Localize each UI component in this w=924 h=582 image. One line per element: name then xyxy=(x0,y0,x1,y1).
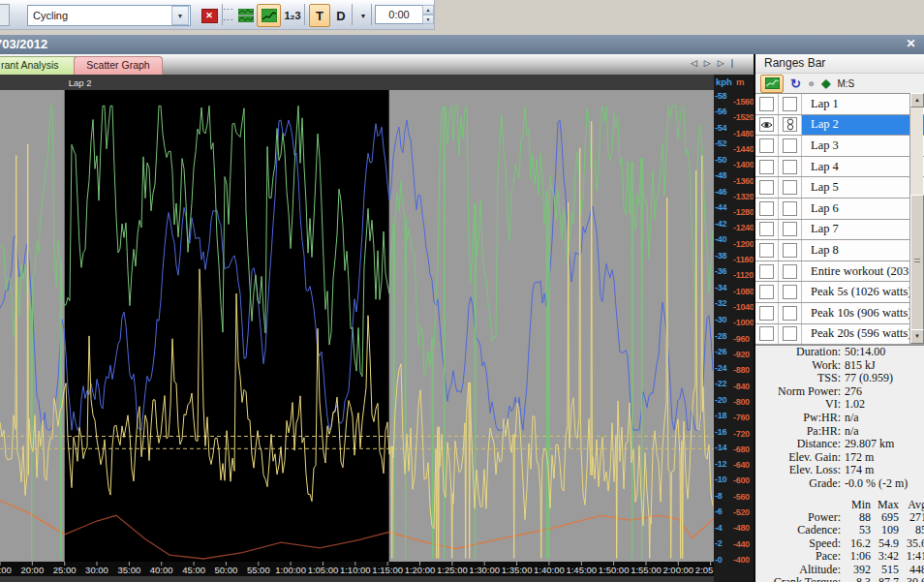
visibility-cell xyxy=(755,136,779,156)
lap-row[interactable]: Peak 20s (596 watts) xyxy=(755,324,924,346)
svg-text:1:20:00: 1:20:00 xyxy=(405,565,436,575)
elevation-tick-label: -600 xyxy=(733,475,750,485)
link-checkbox[interactable] xyxy=(783,264,797,279)
stat-table-row: Pace:1:063:421:41min/km xyxy=(755,550,924,563)
link-checkbox[interactable] xyxy=(783,138,797,153)
lap-row[interactable]: Lap 3 xyxy=(755,136,924,157)
link-cell xyxy=(779,94,802,114)
visibility-checkbox[interactable] xyxy=(759,97,774,111)
link-checkbox[interactable] xyxy=(783,180,797,195)
elevation-tick-label: -640 xyxy=(733,460,750,470)
elevation-tick-label: -560 xyxy=(733,492,750,502)
stat-line: Work:815 kJ xyxy=(755,359,924,373)
refresh-icon[interactable]: ↻ xyxy=(790,77,801,91)
kph-tick-label: -58 xyxy=(715,91,726,101)
lap-row[interactable]: Lap 4 xyxy=(755,157,924,178)
lap-row[interactable]: Lap 6 xyxy=(755,199,924,220)
stat-line: Pw:HR:n/a xyxy=(755,412,924,425)
visibility-checkbox[interactable] xyxy=(759,285,774,299)
lap-list: Lap 1Lap 2Lap 3Lap 4Lap 5Lap 6Lap 7Lap 8… xyxy=(755,93,924,346)
visibility-checkbox[interactable] xyxy=(759,160,774,174)
stat-line: TSS:77 (0.959) xyxy=(755,372,924,385)
elevation-tick-label: -520 xyxy=(733,507,750,517)
right-value-axis: kph m -0-2-4-6-8-10-12-14-16-18-20-22-24… xyxy=(714,75,754,582)
visibility-checkbox[interactable] xyxy=(759,326,774,341)
kph-tick-label: -44 xyxy=(715,202,726,212)
eye-icon[interactable] xyxy=(759,117,774,132)
svg-text:25:00: 25:00 xyxy=(53,565,77,575)
stat-line: Elev. Loss:174 m xyxy=(755,464,924,477)
kph-tick-label: -14 xyxy=(715,443,726,452)
nav-last-icon[interactable]: ▷| xyxy=(718,58,740,68)
marker-icon[interactable]: ◆ xyxy=(821,77,830,90)
link-checkbox[interactable] xyxy=(783,222,797,236)
visibility-checkbox[interactable] xyxy=(759,138,774,153)
link-cell xyxy=(779,199,802,219)
link-checkbox[interactable] xyxy=(783,285,797,299)
stat-line: Distance:29.807 km xyxy=(755,438,924,451)
lap-row[interactable]: Entire workout (203 watts) xyxy=(755,261,924,283)
link-checkbox[interactable] xyxy=(783,201,797,216)
visibility-checkbox[interactable] xyxy=(759,243,774,258)
kph-tick-label: -28 xyxy=(715,331,726,341)
link-cell xyxy=(779,157,802,177)
lap-row[interactable]: Lap 2 xyxy=(755,115,924,137)
svg-text:1:10:00: 1:10:00 xyxy=(340,565,371,575)
scroll-down-icon[interactable]: ▼ xyxy=(910,329,924,344)
svg-text:15:00: 15:00 xyxy=(0,565,12,575)
link-checkbox[interactable] xyxy=(783,306,797,321)
stat-table-header: MinMaxAvg xyxy=(755,499,924,511)
svg-text:1:45:00: 1:45:00 xyxy=(566,565,597,575)
lap-row[interactable]: Lap 5 xyxy=(755,177,924,199)
kph-tick-label: -24 xyxy=(715,363,726,373)
link-cell xyxy=(779,303,802,323)
elevation-tick-label: -800 xyxy=(733,397,750,407)
close-icon[interactable]: ✕ xyxy=(904,37,918,51)
show-on-graph-button[interactable] xyxy=(760,75,784,93)
visibility-checkbox[interactable] xyxy=(759,180,774,195)
lap-list-scrollbar[interactable]: ▲ ▼ xyxy=(909,93,923,344)
elevation-tick-label: -1360 xyxy=(733,176,754,186)
record-icon: ● xyxy=(808,77,815,90)
kph-tick-label: -22 xyxy=(715,379,726,388)
workout-graph-plot[interactable]: Lap 215:0020:0025:0030:0035:0040:0045:00… xyxy=(0,0,714,582)
lap-row[interactable]: Lap 1 xyxy=(755,94,924,115)
stat-table-row: Altitude:392515448m xyxy=(755,564,924,576)
lap-row[interactable]: Lap 7 xyxy=(755,220,924,241)
visibility-cell xyxy=(755,240,779,260)
lap-label: Peak 20s (596 watts) xyxy=(802,324,924,345)
scroll-up-icon[interactable]: ▲ xyxy=(910,93,924,107)
link-cell xyxy=(779,115,802,136)
chain-link-icon[interactable] xyxy=(783,117,797,132)
visibility-checkbox[interactable] xyxy=(759,306,774,321)
visibility-checkbox[interactable] xyxy=(759,201,774,216)
link-checkbox[interactable] xyxy=(783,326,797,341)
lap-row[interactable]: Peak 10s (906 watts) xyxy=(755,303,924,324)
svg-text:35:00: 35:00 xyxy=(118,565,141,575)
scrollbar-thumb[interactable] xyxy=(910,195,924,332)
link-checkbox[interactable] xyxy=(783,160,797,174)
elevation-tick-label: -1120 xyxy=(733,270,754,280)
visibility-checkbox[interactable] xyxy=(759,222,774,236)
stat-line: Duration:50:14.00 xyxy=(755,346,924,359)
svg-text:1:15:00: 1:15:00 xyxy=(372,565,403,575)
link-checkbox[interactable] xyxy=(783,243,797,258)
stat-table-row: Cadence:5310985rpm xyxy=(755,524,924,536)
visibility-checkbox[interactable] xyxy=(759,264,774,279)
elevation-tick-label: -920 xyxy=(733,350,750,359)
kph-tick-label: -54 xyxy=(715,123,726,133)
elevation-tick-label: -1200 xyxy=(733,239,754,249)
lap-row[interactable]: Lap 8 xyxy=(755,240,924,261)
svg-text:1:55:00: 1:55:00 xyxy=(631,565,662,575)
stat-table-row: Speed:16.254.935.6kph xyxy=(755,537,924,550)
elevation-tick-label: -400 xyxy=(733,555,750,565)
stat-line: VI:1.02 xyxy=(755,398,924,412)
visibility-cell xyxy=(755,261,779,282)
visibility-cell xyxy=(755,94,779,114)
visibility-cell xyxy=(755,199,779,219)
lap-row[interactable]: Peak 5s (1026 watts) xyxy=(755,282,924,303)
link-checkbox[interactable] xyxy=(783,97,797,111)
elevation-tick-label: -960 xyxy=(733,334,750,344)
kph-tick-label: -18 xyxy=(715,411,726,420)
visibility-cell xyxy=(755,220,779,240)
